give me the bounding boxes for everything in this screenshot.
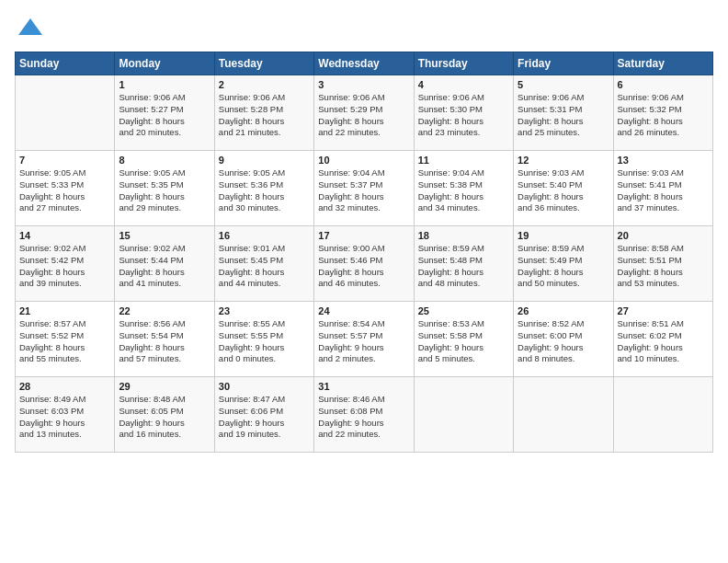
weekday-header-sunday: Sunday: [16, 52, 115, 75]
day-info: Sunrise: 8:54 AMSunset: 5:57 PMDaylight:…: [318, 318, 409, 365]
calendar-cell: 22Sunrise: 8:56 AMSunset: 5:54 PMDayligh…: [115, 302, 214, 377]
calendar-cell: 25Sunrise: 8:53 AMSunset: 5:58 PMDayligh…: [414, 302, 513, 377]
week-row-1: 1Sunrise: 9:06 AMSunset: 5:27 PMDaylight…: [16, 75, 713, 151]
header: [15, 15, 713, 42]
day-number: 20: [618, 230, 709, 241]
day-info: Sunrise: 9:05 AMSunset: 5:35 PMDaylight:…: [119, 167, 210, 214]
weekday-header-row: SundayMondayTuesdayWednesdayThursdayFrid…: [16, 52, 713, 75]
day-number: 16: [219, 230, 310, 241]
calendar-cell: 27Sunrise: 8:51 AMSunset: 6:02 PMDayligh…: [613, 302, 712, 377]
weekday-header-saturday: Saturday: [613, 52, 712, 75]
day-info: Sunrise: 8:49 AMSunset: 6:03 PMDaylight:…: [19, 394, 110, 441]
calendar-cell: 21Sunrise: 8:57 AMSunset: 5:52 PMDayligh…: [16, 302, 115, 377]
day-number: 2: [219, 79, 310, 90]
day-info: Sunrise: 9:04 AMSunset: 5:37 PMDaylight:…: [318, 167, 409, 214]
calendar-cell: 23Sunrise: 8:55 AMSunset: 5:55 PMDayligh…: [214, 302, 313, 377]
calendar-cell: 12Sunrise: 9:03 AMSunset: 5:40 PMDayligh…: [514, 151, 613, 226]
calendar-cell: 31Sunrise: 8:46 AMSunset: 6:08 PMDayligh…: [314, 377, 414, 453]
week-row-5: 28Sunrise: 8:49 AMSunset: 6:03 PMDayligh…: [16, 377, 713, 453]
day-number: 25: [418, 305, 509, 316]
calendar-cell: 20Sunrise: 8:58 AMSunset: 5:51 PMDayligh…: [613, 226, 712, 302]
day-number: 22: [119, 305, 210, 316]
calendar-cell: 29Sunrise: 8:48 AMSunset: 6:05 PMDayligh…: [115, 377, 214, 453]
calendar-cell: 8Sunrise: 9:05 AMSunset: 5:35 PMDaylight…: [115, 151, 214, 226]
calendar-cell: 4Sunrise: 9:06 AMSunset: 5:30 PMDaylight…: [414, 75, 513, 151]
weekday-header-tuesday: Tuesday: [214, 52, 313, 75]
calendar-cell: 24Sunrise: 8:54 AMSunset: 5:57 PMDayligh…: [314, 302, 414, 377]
day-number: 30: [219, 381, 310, 392]
svg-marker-0: [18, 18, 42, 35]
calendar-cell: 3Sunrise: 9:06 AMSunset: 5:29 PMDaylight…: [314, 75, 414, 151]
day-info: Sunrise: 9:03 AMSunset: 5:40 PMDaylight:…: [518, 167, 609, 214]
day-info: Sunrise: 9:06 AMSunset: 5:27 PMDaylight:…: [119, 92, 210, 139]
day-info: Sunrise: 9:06 AMSunset: 5:30 PMDaylight:…: [418, 92, 509, 139]
day-number: 19: [518, 230, 609, 241]
day-info: Sunrise: 8:57 AMSunset: 5:52 PMDaylight:…: [19, 318, 110, 365]
day-number: 31: [318, 381, 409, 392]
day-info: Sunrise: 9:06 AMSunset: 5:31 PMDaylight:…: [518, 92, 609, 139]
week-row-2: 7Sunrise: 9:05 AMSunset: 5:33 PMDaylight…: [16, 151, 713, 226]
day-info: Sunrise: 9:06 AMSunset: 5:28 PMDaylight:…: [219, 92, 310, 139]
day-number: 3: [318, 79, 409, 90]
calendar-cell: 2Sunrise: 9:06 AMSunset: 5:28 PMDaylight…: [214, 75, 313, 151]
day-number: 28: [19, 381, 110, 392]
day-info: Sunrise: 9:04 AMSunset: 5:38 PMDaylight:…: [418, 167, 509, 214]
day-number: 4: [418, 79, 509, 90]
day-info: Sunrise: 9:02 AMSunset: 5:44 PMDaylight:…: [119, 243, 210, 290]
day-number: 9: [219, 155, 310, 166]
day-number: 6: [618, 79, 709, 90]
day-number: 8: [119, 155, 210, 166]
day-number: 5: [518, 79, 609, 90]
day-info: Sunrise: 9:05 AMSunset: 5:36 PMDaylight:…: [219, 167, 310, 214]
day-info: Sunrise: 8:59 AMSunset: 5:48 PMDaylight:…: [418, 243, 509, 290]
day-info: Sunrise: 9:02 AMSunset: 5:42 PMDaylight:…: [19, 243, 110, 290]
calendar-cell: 10Sunrise: 9:04 AMSunset: 5:37 PMDayligh…: [314, 151, 414, 226]
calendar-cell: 16Sunrise: 9:01 AMSunset: 5:45 PMDayligh…: [214, 226, 313, 302]
day-number: 23: [219, 305, 310, 316]
day-info: Sunrise: 8:48 AMSunset: 6:05 PMDaylight:…: [119, 394, 210, 441]
week-row-4: 21Sunrise: 8:57 AMSunset: 5:52 PMDayligh…: [16, 302, 713, 377]
calendar-cell: 1Sunrise: 9:06 AMSunset: 5:27 PMDaylight…: [115, 75, 214, 151]
day-info: Sunrise: 8:53 AMSunset: 5:58 PMDaylight:…: [418, 318, 509, 365]
day-number: 15: [119, 230, 210, 241]
day-number: 7: [19, 155, 110, 166]
day-number: 13: [618, 155, 709, 166]
day-number: 18: [418, 230, 509, 241]
day-number: 27: [618, 305, 709, 316]
calendar-cell: [613, 377, 712, 453]
calendar-cell: [16, 75, 115, 151]
day-info: Sunrise: 8:55 AMSunset: 5:55 PMDaylight:…: [219, 318, 310, 365]
week-row-3: 14Sunrise: 9:02 AMSunset: 5:42 PMDayligh…: [16, 226, 713, 302]
day-number: 14: [19, 230, 110, 241]
day-number: 10: [318, 155, 409, 166]
day-info: Sunrise: 8:58 AMSunset: 5:51 PMDaylight:…: [618, 243, 709, 290]
calendar-cell: 13Sunrise: 9:03 AMSunset: 5:41 PMDayligh…: [613, 151, 712, 226]
day-info: Sunrise: 8:47 AMSunset: 6:06 PMDaylight:…: [219, 394, 310, 441]
weekday-header-monday: Monday: [115, 52, 214, 75]
calendar-table: SundayMondayTuesdayWednesdayThursdayFrid…: [15, 52, 713, 453]
logo: [15, 15, 44, 42]
calendar-cell: 7Sunrise: 9:05 AMSunset: 5:33 PMDaylight…: [16, 151, 115, 226]
weekday-header-friday: Friday: [514, 52, 613, 75]
day-info: Sunrise: 9:03 AMSunset: 5:41 PMDaylight:…: [618, 167, 709, 214]
day-number: 26: [518, 305, 609, 316]
day-info: Sunrise: 9:06 AMSunset: 5:32 PMDaylight:…: [618, 92, 709, 139]
weekday-header-wednesday: Wednesday: [314, 52, 414, 75]
logo-icon: [17, 15, 44, 42]
calendar-cell: 28Sunrise: 8:49 AMSunset: 6:03 PMDayligh…: [16, 377, 115, 453]
day-number: 29: [119, 381, 210, 392]
day-info: Sunrise: 9:05 AMSunset: 5:33 PMDaylight:…: [19, 167, 110, 214]
calendar-cell: 11Sunrise: 9:04 AMSunset: 5:38 PMDayligh…: [414, 151, 513, 226]
day-number: 24: [318, 305, 409, 316]
calendar-cell: 19Sunrise: 8:59 AMSunset: 5:49 PMDayligh…: [514, 226, 613, 302]
day-number: 12: [518, 155, 609, 166]
calendar-cell: 30Sunrise: 8:47 AMSunset: 6:06 PMDayligh…: [214, 377, 313, 453]
calendar-cell: [514, 377, 613, 453]
day-info: Sunrise: 8:51 AMSunset: 6:02 PMDaylight:…: [618, 318, 709, 365]
page-container: SundayMondayTuesdayWednesdayThursdayFrid…: [0, 0, 728, 563]
day-number: 17: [318, 230, 409, 241]
calendar-cell: 5Sunrise: 9:06 AMSunset: 5:31 PMDaylight…: [514, 75, 613, 151]
day-info: Sunrise: 9:00 AMSunset: 5:46 PMDaylight:…: [318, 243, 409, 290]
calendar-cell: 6Sunrise: 9:06 AMSunset: 5:32 PMDaylight…: [613, 75, 712, 151]
calendar-cell: 17Sunrise: 9:00 AMSunset: 5:46 PMDayligh…: [314, 226, 414, 302]
